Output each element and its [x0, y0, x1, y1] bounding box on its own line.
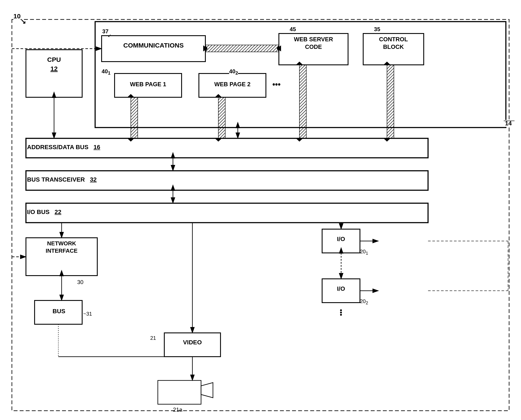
control-block-label: CONTROLBLOCK	[364, 36, 423, 51]
svg-rect-33	[218, 97, 225, 138]
system-arrow: ↘	[21, 18, 26, 25]
svg-marker-32	[127, 138, 134, 142]
svg-marker-41	[384, 138, 390, 142]
svg-rect-39	[387, 65, 394, 138]
io-bus-label: I/O BUS 22	[27, 209, 308, 216]
svg-marker-24	[201, 382, 213, 398]
svg-marker-28	[203, 45, 208, 52]
camera-label: 21a	[173, 406, 182, 413]
svg-rect-25	[205, 45, 279, 52]
label-45: 45	[290, 26, 296, 33]
svg-marker-37	[296, 62, 303, 65]
label-30: 30	[77, 279, 83, 285]
embedded-system-underline	[504, 121, 514, 121]
label-401: 401	[102, 68, 111, 76]
network-interface-label: NETWORKINTERFACE	[26, 240, 97, 255]
io-dots: •••	[337, 309, 345, 316]
bus-transceiver-label: BUS TRANSCEIVER 32	[27, 176, 308, 183]
svg-rect-36	[299, 65, 306, 138]
address-data-bus-label: ADDRESS/DATA BUS 16	[27, 144, 308, 151]
svg-marker-27	[277, 45, 279, 52]
svg-marker-34	[215, 94, 222, 97]
system-label: 10	[13, 13, 21, 20]
web-server-code-label: WEB SERVERCODE	[280, 36, 347, 51]
communications-label: COMMUNICATIONS	[104, 42, 203, 49]
label-37-arrow: ↙	[108, 33, 111, 38]
label-31: ~31	[83, 311, 92, 317]
svg-marker-31	[127, 94, 134, 97]
dots-label: •••	[272, 80, 281, 89]
label-202: 202	[360, 298, 368, 305]
cpu-label: CPU12	[26, 55, 82, 73]
svg-marker-26	[205, 45, 208, 52]
label-402: 402	[229, 68, 238, 76]
svg-marker-35	[215, 138, 222, 142]
diagram: 10 ↘ 14 37 ↙ COMMUNICATIONS 45 WEB SERVE…	[0, 0, 521, 420]
svg-rect-23	[158, 380, 201, 404]
video-label: VIDEO	[165, 339, 220, 346]
svg-marker-38	[296, 138, 303, 142]
web-page-1-label: WEB PAGE 1	[116, 81, 181, 88]
label-201: 201	[360, 248, 368, 256]
bus-label: BUS	[36, 307, 82, 315]
label-35: 35	[374, 26, 380, 33]
label-21: 21	[150, 335, 156, 341]
io2-label: I/O	[323, 285, 359, 292]
svg-marker-40	[384, 62, 390, 65]
web-page-2-label: WEB PAGE 2	[200, 81, 265, 88]
svg-rect-30	[131, 97, 138, 138]
io1-label: I/O	[323, 236, 359, 242]
